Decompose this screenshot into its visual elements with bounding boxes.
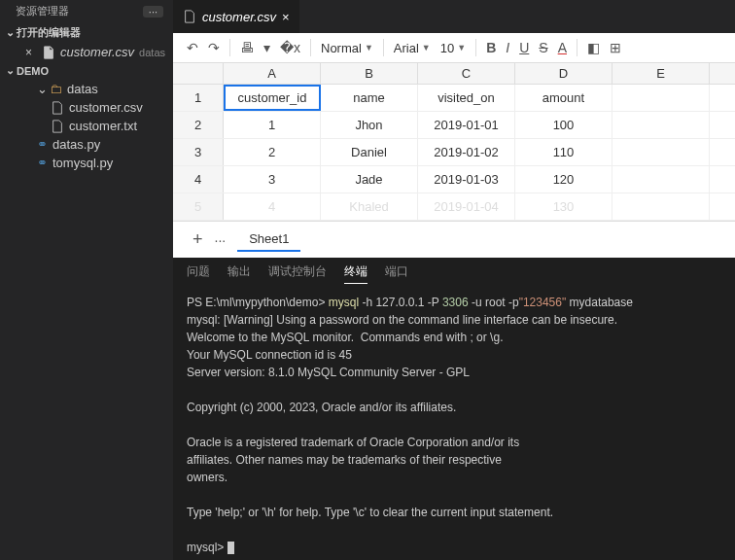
tab-debug-console[interactable]: 调试控制台 xyxy=(268,263,327,284)
sheet-tab[interactable]: Sheet1 xyxy=(237,228,300,252)
terminal-text: 3306 xyxy=(442,296,469,309)
tab-output[interactable]: 输出 xyxy=(228,263,251,284)
close-icon[interactable]: × xyxy=(25,46,37,59)
cell[interactable] xyxy=(612,193,710,220)
cell[interactable]: 2019-01-02 xyxy=(418,139,515,165)
terminal-ps: PS E:\ml\mypython\demo> xyxy=(187,296,329,309)
cell[interactable] xyxy=(612,85,710,111)
cell[interactable] xyxy=(612,139,710,165)
folder-name: datas xyxy=(67,82,98,96)
cell[interactable]: 130 xyxy=(515,193,612,220)
cell[interactable]: 1 xyxy=(224,112,321,138)
borders-icon[interactable]: ⊞ xyxy=(610,40,621,55)
folder-icon: 🗀 xyxy=(50,82,62,96)
bold-button[interactable]: B xyxy=(486,40,496,55)
file-label: datas.py xyxy=(52,137,100,152)
terminal-text: -h 127.0.0.1 -P xyxy=(359,296,442,309)
cell[interactable]: Jhon xyxy=(321,112,418,138)
add-sheet-button[interactable]: + xyxy=(192,229,203,250)
spreadsheet: ↶ ↷ 🖶 ▾ �x Normal▼ Arial▼ 10▼ B I xyxy=(173,33,735,258)
tab-problems[interactable]: 问题 xyxy=(187,263,210,284)
col-header[interactable]: D xyxy=(515,63,612,84)
row-header[interactable]: 3 xyxy=(173,139,224,165)
file-row-tomysql-py[interactable]: ⚭ tomysql.py xyxy=(0,154,173,172)
cell[interactable] xyxy=(612,166,710,192)
print-icon[interactable]: 🖶 xyxy=(240,40,254,55)
row-header[interactable]: 5 xyxy=(173,193,224,220)
col-header[interactable]: A xyxy=(224,63,321,84)
cell[interactable]: 120 xyxy=(515,166,612,192)
row-header[interactable]: 4 xyxy=(173,166,224,192)
italic-button[interactable]: I xyxy=(506,40,509,55)
cell[interactable]: Daniel xyxy=(321,139,418,165)
col-header[interactable]: C xyxy=(418,63,515,84)
file-label: tomysql.py xyxy=(52,156,113,170)
cell[interactable]: Jade xyxy=(321,166,418,192)
project-name: DEMO xyxy=(17,65,49,77)
tab-ports[interactable]: 端口 xyxy=(385,263,408,284)
open-editors-label: 打开的编辑器 xyxy=(17,25,81,40)
cell[interactable]: 2019-01-01 xyxy=(418,112,515,138)
file-row-customer-csv[interactable]: customer.csv xyxy=(0,98,173,117)
close-icon[interactable]: × xyxy=(282,10,290,24)
file-row-datas-py[interactable]: ⚭ datas.py xyxy=(0,135,173,154)
file-label: customer.csv xyxy=(69,100,143,115)
size-select[interactable]: 10▼ xyxy=(440,41,466,55)
row-header[interactable]: 2 xyxy=(173,112,224,138)
sidebar: 资源管理器 ··· ⌄ 打开的编辑器 × customer.csv datas … xyxy=(0,0,173,560)
table-row: 5 4 Khaled 2019-01-04 130 xyxy=(173,193,735,221)
more-icon[interactable]: ··· xyxy=(143,6,163,18)
sheet-menu-icon[interactable]: ··· xyxy=(215,232,227,248)
chevron-down-icon: ⌄ xyxy=(6,64,14,77)
cursor-icon xyxy=(228,542,234,554)
undo-icon[interactable]: ↶ xyxy=(187,40,198,55)
style-select[interactable]: Normal▼ xyxy=(321,41,373,55)
col-header[interactable]: B xyxy=(321,63,418,84)
cell[interactable]: visited_on xyxy=(418,85,515,111)
terminal-prompt: mysql> xyxy=(187,541,228,554)
open-editors-section[interactable]: ⌄ 打开的编辑器 xyxy=(0,22,173,43)
terminal-cmd: mysql xyxy=(329,296,359,309)
cell[interactable]: 110 xyxy=(515,139,612,165)
folder-row[interactable]: ⌄ 🗀 datas xyxy=(0,80,173,98)
cell[interactable]: 4 xyxy=(224,193,321,220)
tab-customer-csv[interactable]: customer.csv × xyxy=(173,0,300,33)
cell[interactable]: Khaled xyxy=(321,193,418,220)
clear-filter-icon[interactable]: �x xyxy=(280,40,300,55)
open-editor-item[interactable]: × customer.csv datas xyxy=(0,43,173,61)
cell[interactable]: 2019-01-04 xyxy=(418,193,515,220)
tab-label: customer.csv xyxy=(202,10,276,24)
strike-button[interactable]: S xyxy=(539,40,547,55)
panel-tabs: 问题 输出 调试控制台 终端 端口 xyxy=(173,258,735,290)
underline-button[interactable]: U xyxy=(519,40,529,55)
terminal-text: "123456" xyxy=(519,296,567,309)
row-header[interactable]: 1 xyxy=(173,85,224,111)
redo-icon[interactable]: ↷ xyxy=(208,40,220,55)
cell[interactable]: 2019-01-03 xyxy=(418,166,515,192)
cell[interactable]: customer_id xyxy=(224,85,321,111)
project-section[interactable]: ⌄ DEMO xyxy=(0,61,173,80)
font-select[interactable]: Arial▼ xyxy=(394,41,431,55)
filter-icon[interactable]: ▾ xyxy=(263,40,270,55)
select-all-corner[interactable] xyxy=(173,63,224,84)
col-header[interactable]: E xyxy=(612,63,710,84)
python-icon: ⚭ xyxy=(37,137,48,152)
explorer-title: 资源管理器 xyxy=(16,4,69,18)
file-icon xyxy=(51,120,64,133)
chevron-down-icon: ⌄ xyxy=(6,26,14,39)
cell[interactable]: 2 xyxy=(224,139,321,165)
tab-terminal[interactable]: 终端 xyxy=(344,263,368,284)
cell[interactable]: 3 xyxy=(224,166,321,192)
cell[interactable]: 100 xyxy=(515,112,612,138)
cell[interactable] xyxy=(612,112,710,138)
file-row-customer-txt[interactable]: customer.txt xyxy=(0,117,173,135)
text-color-button[interactable]: A xyxy=(558,40,567,55)
editor-tabs: customer.csv × xyxy=(173,0,735,33)
fill-color-icon[interactable]: ◧ xyxy=(587,40,600,55)
table-row: 3 2 Daniel 2019-01-02 110 xyxy=(173,139,735,166)
terminal[interactable]: PS E:\ml\mypython\demo> mysql -h 127.0.0… xyxy=(173,290,735,560)
cell[interactable]: name xyxy=(321,85,418,111)
cell[interactable]: amount xyxy=(515,85,612,111)
table-row: 4 3 Jade 2019-01-03 120 xyxy=(173,166,735,193)
sheet-tabs: + ··· Sheet1 xyxy=(173,221,735,258)
